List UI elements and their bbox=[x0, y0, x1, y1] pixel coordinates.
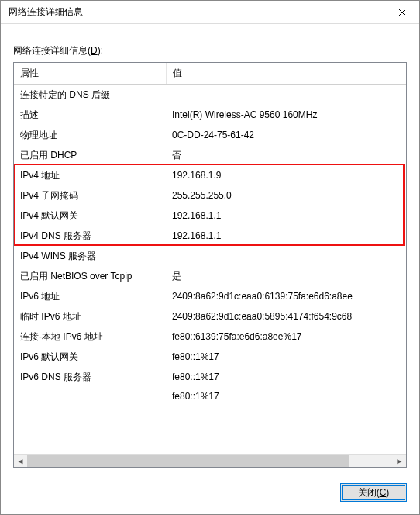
close-button-accel: (C) bbox=[377, 487, 390, 498]
table-row[interactable]: IPv4 地址192.168.1.9 bbox=[14, 165, 406, 185]
horizontal-scrollbar[interactable]: ◄ ► bbox=[14, 454, 406, 467]
content-area: 网络连接详细信息(D): 属性 值 连接特定的 DNS 后缀描述Intel(R)… bbox=[1, 24, 419, 514]
value-cell: Intel(R) Wireless-AC 9560 160MHz bbox=[166, 105, 406, 125]
close-icon[interactable] bbox=[384, 1, 419, 24]
table-row[interactable]: 描述Intel(R) Wireless-AC 9560 160MHz bbox=[14, 105, 406, 125]
table-row[interactable]: IPv6 地址2409:8a62:9d1c:eaa0:6139:75fa:e6d… bbox=[14, 286, 406, 306]
value-cell: 255.255.255.0 bbox=[166, 185, 406, 206]
details-table: 属性 值 连接特定的 DNS 后缀描述Intel(R) Wireless-AC … bbox=[14, 63, 406, 405]
table-row[interactable]: IPv4 默认网关192.168.1.1 bbox=[14, 206, 406, 226]
property-cell: IPv4 地址 bbox=[14, 165, 166, 185]
value-cell: 否 bbox=[166, 145, 406, 165]
value-cell: fe80::6139:75fa:e6d6:a8ee%17 bbox=[166, 327, 406, 347]
scroll-track[interactable] bbox=[27, 455, 393, 467]
value-cell: 0C-DD-24-75-61-42 bbox=[166, 125, 406, 145]
property-cell: IPv4 默认网关 bbox=[14, 206, 166, 226]
details-table-container: 属性 值 连接特定的 DNS 后缀描述Intel(R) Wireless-AC … bbox=[13, 62, 407, 468]
property-cell: IPv6 DNS 服务器 bbox=[14, 367, 166, 387]
property-cell: 已启用 NetBIOS over Tcpip bbox=[14, 266, 166, 286]
table-row[interactable]: 连接特定的 DNS 后缀 bbox=[14, 85, 406, 105]
value-cell: 192.168.1.1 bbox=[166, 226, 406, 246]
table-row[interactable]: 连接-本地 IPv6 地址fe80::6139:75fa:e6d6:a8ee%1… bbox=[14, 327, 406, 347]
property-cell: IPv4 WINS 服务器 bbox=[14, 246, 166, 266]
section-label-text: 网络连接详细信息 bbox=[13, 45, 88, 56]
table-row[interactable]: fe80::1%17 bbox=[14, 387, 406, 405]
property-cell: 临时 IPv6 地址 bbox=[14, 306, 166, 327]
column-header-value[interactable]: 值 bbox=[166, 63, 406, 85]
table-row[interactable]: 临时 IPv6 地址2409:8a62:9d1c:eaa0:5895:4174:… bbox=[14, 306, 406, 327]
scroll-right-arrow-icon[interactable]: ► bbox=[393, 455, 406, 467]
table-row[interactable]: IPv6 DNS 服务器fe80::1%17 bbox=[14, 367, 406, 387]
value-cell bbox=[166, 246, 406, 266]
table-row[interactable]: IPv4 WINS 服务器 bbox=[14, 246, 406, 266]
value-cell: 192.168.1.1 bbox=[166, 206, 406, 226]
property-cell: IPv4 子网掩码 bbox=[14, 185, 166, 206]
value-cell: 2409:8a62:9d1c:eaa0:6139:75fa:e6d6:a8ee bbox=[166, 286, 406, 306]
property-cell: 连接-本地 IPv6 地址 bbox=[14, 327, 166, 347]
table-row[interactable]: IPv6 默认网关fe80::1%17 bbox=[14, 347, 406, 367]
section-label: 网络连接详细信息(D): bbox=[13, 44, 407, 57]
table-header-row: 属性 值 bbox=[14, 63, 406, 85]
value-cell: 192.168.1.9 bbox=[166, 165, 406, 185]
scroll-left-arrow-icon[interactable]: ◄ bbox=[14, 455, 27, 467]
property-cell: IPv4 DNS 服务器 bbox=[14, 226, 166, 246]
property-cell: 连接特定的 DNS 后缀 bbox=[14, 85, 166, 105]
window-title: 网络连接详细信息 bbox=[9, 5, 384, 19]
property-cell: 物理地址 bbox=[14, 125, 166, 145]
column-header-property[interactable]: 属性 bbox=[14, 63, 166, 85]
dialog-footer: 关闭(C) bbox=[13, 468, 407, 502]
table-row[interactable]: IPv4 子网掩码255.255.255.0 bbox=[14, 185, 406, 206]
value-cell: fe80::1%17 bbox=[166, 387, 406, 405]
value-cell: 是 bbox=[166, 266, 406, 286]
value-cell bbox=[166, 85, 406, 105]
property-cell: 已启用 DHCP bbox=[14, 145, 166, 165]
close-button[interactable]: 关闭(C) bbox=[340, 483, 407, 502]
property-cell: 描述 bbox=[14, 105, 166, 125]
table-row[interactable]: 已启用 NetBIOS over Tcpip是 bbox=[14, 266, 406, 286]
value-cell: fe80::1%17 bbox=[166, 347, 406, 367]
scroll-thumb[interactable] bbox=[27, 455, 349, 467]
property-cell bbox=[14, 387, 166, 405]
details-table-scroll: 属性 值 连接特定的 DNS 后缀描述Intel(R) Wireless-AC … bbox=[14, 63, 406, 454]
property-cell: IPv6 默认网关 bbox=[14, 347, 166, 367]
value-cell: fe80::1%17 bbox=[166, 367, 406, 387]
table-row[interactable]: IPv4 DNS 服务器192.168.1.1 bbox=[14, 226, 406, 246]
close-button-label: 关闭 bbox=[358, 487, 377, 498]
titlebar[interactable]: 网络连接详细信息 bbox=[1, 1, 419, 24]
section-label-accel: (D): bbox=[88, 45, 103, 56]
table-row[interactable]: 已启用 DHCP否 bbox=[14, 145, 406, 165]
table-row[interactable]: 物理地址0C-DD-24-75-61-42 bbox=[14, 125, 406, 145]
property-cell: IPv6 地址 bbox=[14, 286, 166, 306]
value-cell: 2409:8a62:9d1c:eaa0:5895:4174:f654:9c68 bbox=[166, 306, 406, 327]
